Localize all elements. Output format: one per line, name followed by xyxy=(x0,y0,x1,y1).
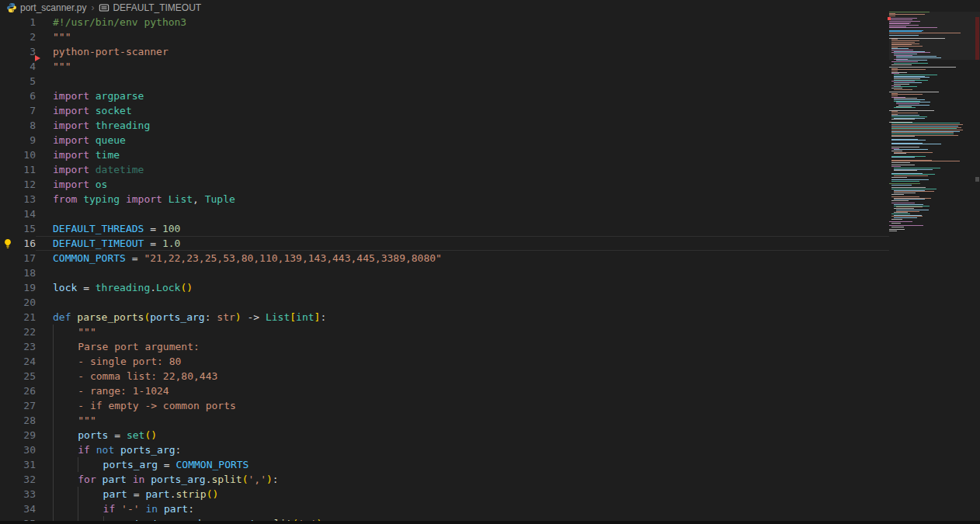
glyph-margin[interactable] xyxy=(0,192,17,206)
gutter[interactable]: 33 xyxy=(0,487,53,501)
line-number[interactable]: 24 xyxy=(17,354,36,369)
glyph-margin[interactable] xyxy=(0,324,17,339)
gutter[interactable]: 30 xyxy=(0,442,53,457)
gutter[interactable]: 17 xyxy=(0,251,53,265)
line-number[interactable]: 14 xyxy=(17,206,36,221)
gutter[interactable]: 26 xyxy=(0,383,53,398)
code-line[interactable]: 5 xyxy=(0,74,889,88)
code-line[interactable]: 31ports_arg = COMMON_PORTS xyxy=(0,457,889,472)
line-number[interactable]: 13 xyxy=(17,192,36,206)
gutter[interactable]: 10 xyxy=(0,147,53,162)
line-number[interactable]: 10 xyxy=(17,147,36,162)
gutter[interactable]: 13 xyxy=(0,192,53,206)
line-number[interactable]: 29 xyxy=(17,428,36,442)
line-number[interactable]: 1 xyxy=(17,15,36,29)
gutter[interactable]: 34 xyxy=(0,501,53,516)
line-number[interactable]: 31 xyxy=(17,457,36,472)
code-line[interactable]: 21def parse_ports(ports_arg: str) -> Lis… xyxy=(0,310,889,324)
glyph-margin[interactable] xyxy=(0,221,17,236)
code-line[interactable]: 25- comma list: 22,80,443 xyxy=(0,369,889,383)
code-line[interactable]: 23Parse port argument: xyxy=(0,339,889,354)
gutter[interactable]: 1 xyxy=(0,15,53,29)
glyph-margin[interactable] xyxy=(0,162,17,177)
glyph-margin[interactable] xyxy=(0,383,17,398)
line-number[interactable]: 21 xyxy=(17,310,36,324)
gutter[interactable]: 5 xyxy=(0,74,53,88)
glyph-margin[interactable] xyxy=(0,133,17,147)
line-number[interactable]: 32 xyxy=(17,472,36,487)
glyph-margin[interactable] xyxy=(0,74,17,88)
glyph-margin[interactable] xyxy=(0,472,17,487)
glyph-margin[interactable] xyxy=(0,265,17,280)
line-number[interactable]: 18 xyxy=(17,265,36,280)
glyph-margin[interactable] xyxy=(0,487,17,501)
code-line[interactable]: 19lock = threading.Lock() xyxy=(0,280,889,295)
gutter[interactable]: 4 xyxy=(0,59,53,74)
glyph-margin[interactable] xyxy=(0,59,17,74)
line-number[interactable]: 15 xyxy=(17,221,36,236)
code-line[interactable]: 30if not ports_arg: xyxy=(0,442,889,457)
glyph-margin[interactable] xyxy=(0,428,17,442)
code-line[interactable]: 3python-port-scanner xyxy=(0,44,889,59)
code-line[interactable]: 7import socket xyxy=(0,103,889,118)
line-number[interactable]: 7 xyxy=(17,103,36,118)
gutter[interactable]: 24 xyxy=(0,354,53,369)
code-line[interactable]: 2""" xyxy=(0,29,889,44)
gutter[interactable]: 22 xyxy=(0,324,53,339)
line-number[interactable]: 22 xyxy=(17,324,36,339)
gutter[interactable]: 15 xyxy=(0,221,53,236)
code-line[interactable]: 8import threading xyxy=(0,118,889,133)
code-line[interactable]: 34if '-' in part: xyxy=(0,501,889,516)
line-number[interactable]: 23 xyxy=(17,339,36,354)
line-number[interactable]: 12 xyxy=(17,177,36,192)
glyph-margin[interactable] xyxy=(0,295,17,310)
glyph-margin[interactable] xyxy=(0,501,17,516)
gutter[interactable]: 19 xyxy=(0,280,53,295)
glyph-margin[interactable] xyxy=(0,339,17,354)
code-line[interactable]: 12import os xyxy=(0,177,889,192)
glyph-margin[interactable] xyxy=(0,118,17,133)
code-line[interactable]: 6import argparse xyxy=(0,88,889,103)
gutter[interactable]: 7 xyxy=(0,103,53,118)
line-number[interactable]: 25 xyxy=(17,369,36,383)
code-line[interactable]: 32for part in ports_arg.split(','): xyxy=(0,472,889,487)
glyph-margin[interactable] xyxy=(0,206,17,221)
gutter[interactable]: 31 xyxy=(0,457,53,472)
code-line[interactable]: 29ports = set() xyxy=(0,428,889,442)
line-number[interactable]: 3 xyxy=(17,44,36,59)
code-line[interactable]: 9import queue xyxy=(0,133,889,147)
line-number[interactable]: 8 xyxy=(17,118,36,133)
line-number[interactable]: 17 xyxy=(17,251,36,265)
gutter[interactable]: 32 xyxy=(0,472,53,487)
glyph-margin[interactable] xyxy=(0,413,17,428)
line-number[interactable]: 28 xyxy=(17,413,36,428)
gutter[interactable]: 3 xyxy=(0,44,53,59)
gutter[interactable]: 18 xyxy=(0,265,53,280)
glyph-margin[interactable] xyxy=(0,29,17,44)
glyph-margin[interactable] xyxy=(0,177,17,192)
code-line[interactable]: 24- single port: 80 xyxy=(0,354,889,369)
gutter[interactable]: 25 xyxy=(0,369,53,383)
breadcrumb-file[interactable]: port_scanner.py xyxy=(6,2,86,13)
code-line[interactable]: 27- if empty -> common ports xyxy=(0,398,889,413)
gutter[interactable]: 11 xyxy=(0,162,53,177)
code-line[interactable]: 4""" xyxy=(0,59,889,74)
code-line[interactable]: 22""" xyxy=(0,324,889,339)
gutter[interactable]: 23 xyxy=(0,339,53,354)
gutter[interactable]: 21 xyxy=(0,310,53,324)
glyph-margin[interactable] xyxy=(0,147,17,162)
gutter[interactable]: 2 xyxy=(0,29,53,44)
glyph-margin[interactable] xyxy=(0,442,17,457)
overview-ruler[interactable] xyxy=(975,0,980,524)
line-number[interactable]: 5 xyxy=(17,74,36,88)
gutter[interactable]: 27 xyxy=(0,398,53,413)
gutter[interactable]: 9 xyxy=(0,133,53,147)
line-number[interactable]: 6 xyxy=(17,88,36,103)
glyph-margin[interactable] xyxy=(0,15,17,29)
code-line[interactable]: 11import datetime xyxy=(0,162,889,177)
line-number[interactable]: 19 xyxy=(17,280,36,295)
code-line[interactable]: 14 xyxy=(0,206,889,221)
line-number[interactable]: 9 xyxy=(17,133,36,147)
gutter[interactable]: 14 xyxy=(0,206,53,221)
code-line[interactable]: 15DEFAULT_THREADS = 100 xyxy=(0,221,889,236)
